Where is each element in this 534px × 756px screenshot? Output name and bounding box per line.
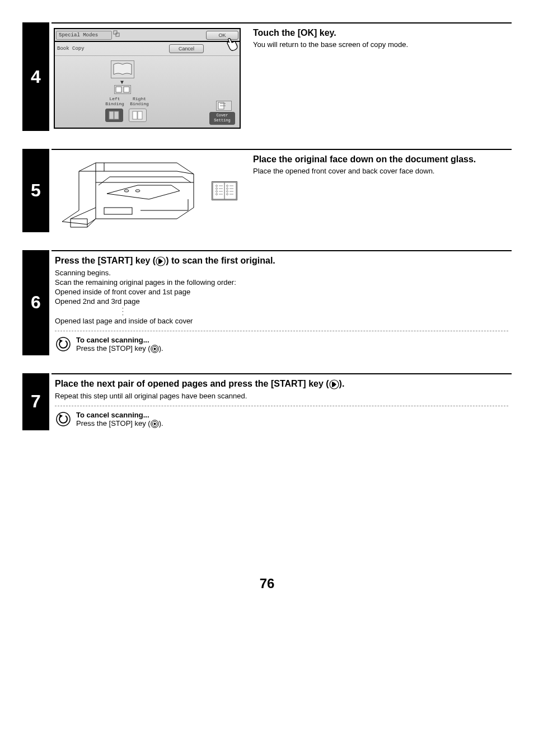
cancel-block: To cancel scanning... Press the [STOP] k… [55, 411, 508, 428]
step-content: Place the original face down on the docu… [49, 149, 512, 232]
cover-setting-icon [216, 101, 232, 111]
body-line: Repeat this step until all original page… [55, 392, 508, 400]
step-number: 4 [22, 22, 49, 131]
svg-rect-0 [114, 31, 117, 34]
svg-marker-31 [158, 259, 161, 264]
undo-icon [55, 337, 72, 351]
heading-text-pre: Press the [START] key ( [55, 256, 156, 265]
page: 4 Special Modes OK [0, 0, 534, 614]
svg-point-10 [135, 190, 140, 192]
undo-icon [55, 412, 72, 426]
divider [51, 149, 512, 150]
body-line: Opened 2nd and 3rd page [55, 297, 508, 306]
vertical-ellipsis: ··· [122, 307, 508, 317]
svg-point-45 [153, 422, 156, 425]
svg-marker-42 [59, 414, 63, 418]
heading-text-pre: Place the next pair of opened pages and … [55, 379, 329, 388]
cancel-line: Press the [STOP] key (). [76, 419, 508, 428]
heading-text-post: ) to scan the first original. [166, 256, 275, 265]
svg-rect-7 [138, 111, 142, 119]
stop-key-icon [151, 345, 159, 353]
body-line: Scan the remaining original pages in the… [55, 278, 508, 287]
content-columns: Special Modes OK [51, 26, 512, 131]
cancel-text: To cancel scanning... Press the [STOP] k… [72, 411, 508, 428]
body-line: Opened inside of front cover and 1st pag… [55, 288, 508, 296]
cancel-title: To cancel scanning... [76, 411, 508, 419]
svg-rect-4 [109, 111, 114, 119]
panel-header-row: Special Modes OK [55, 29, 240, 42]
cancel-text-post: ). [159, 419, 163, 428]
step-text: Place the next pair of opened pages and … [51, 377, 512, 430]
left-binding-label: Left Binding [103, 96, 127, 106]
step-heading: Touch the [OK] key. [253, 28, 512, 38]
cancel-title: To cancel scanning... [76, 336, 508, 344]
body-line: Opened last page and inside of back cove… [55, 317, 508, 325]
ok-button[interactable]: OK [206, 31, 238, 40]
cancel-block: To cancel scanning... Press the [STOP] k… [55, 336, 508, 353]
svg-rect-3 [124, 87, 129, 92]
step-6: 6 Press the [START] key () to scan the f… [22, 250, 512, 355]
svg-point-33 [57, 337, 70, 351]
cancel-text-pre: Press the [STOP] key ( [76, 344, 151, 353]
svg-marker-40 [334, 382, 336, 386]
svg-marker-39 [332, 382, 334, 387]
step-text: Press the [START] key () to scan the fir… [51, 253, 512, 355]
step-body: Place the opened front cover and back co… [253, 167, 512, 175]
open-book-icon [212, 181, 237, 200]
step-body: You will return to the base screen of co… [253, 40, 512, 49]
book-icon [111, 60, 134, 78]
step-text: Place the original face down on the docu… [249, 152, 512, 180]
start-key-icon [329, 379, 339, 389]
ok-button-label: OK [218, 32, 226, 38]
scanner-illustration [51, 152, 249, 232]
step-content: Press the [START] key () to scan the fir… [49, 250, 512, 355]
cover-setting-button[interactable]: Cover Setting [209, 112, 235, 125]
step-content: Place the next pair of opened pages and … [49, 373, 512, 430]
step-number: 6 [22, 250, 49, 355]
right-binding-label: Right Binding [128, 96, 151, 106]
touchscreen-panel: Special Modes OK [54, 28, 241, 129]
step-text: Touch the [OK] key. You will return to t… [249, 26, 512, 53]
svg-rect-1 [116, 33, 119, 36]
divider [51, 250, 512, 251]
svg-rect-6 [133, 111, 137, 119]
svg-marker-32 [161, 259, 163, 263]
svg-marker-34 [59, 339, 63, 343]
panel-title: Book Copy [57, 46, 113, 51]
right-binding-button[interactable] [129, 109, 147, 122]
svg-rect-2 [116, 87, 121, 92]
cancel-text-pre: Press the [STOP] key ( [76, 419, 151, 428]
svg-point-41 [57, 412, 70, 426]
cancel-text-post: ). [159, 344, 163, 353]
body-line: Scanning begins. [55, 269, 508, 277]
panel-title-row: Book Copy Cancel [55, 42, 240, 56]
heading-text-post: ). [339, 379, 345, 388]
panel-body: ▼ Left Binding Right Binding [55, 56, 240, 128]
step-4: 4 Special Modes OK [22, 22, 512, 131]
cancel-text: To cancel scanning... Press the [STOP] k… [72, 336, 508, 353]
screen-illustration: Special Modes OK [51, 26, 249, 131]
page-layout-icon [114, 85, 131, 94]
step-5: 5 [22, 149, 512, 232]
panel-header-icon [112, 30, 123, 40]
start-key-icon [156, 256, 166, 266]
step-content: Special Modes OK [49, 22, 512, 131]
left-binding-button[interactable] [105, 109, 123, 122]
stop-key-icon [151, 420, 159, 428]
copier-line-art [54, 154, 216, 230]
cancel-button[interactable]: Cancel [169, 44, 204, 53]
step-number: 7 [22, 373, 49, 430]
content-columns: Place the original face down on the docu… [51, 152, 512, 232]
svg-point-9 [124, 190, 129, 192]
svg-point-37 [153, 348, 156, 350]
step-heading: Place the original face down on the docu… [253, 154, 512, 165]
svg-rect-5 [114, 111, 119, 119]
step-heading: Place the next pair of opened pages and … [55, 379, 344, 389]
special-modes-tab[interactable]: Special Modes [56, 31, 112, 40]
step-number: 5 [22, 149, 49, 232]
page-number: 76 [22, 576, 512, 591]
svg-rect-11 [104, 208, 132, 214]
dashed-separator [55, 406, 508, 406]
dashed-separator [55, 331, 508, 331]
step-heading: Press the [START] key () to scan the fir… [55, 256, 275, 266]
